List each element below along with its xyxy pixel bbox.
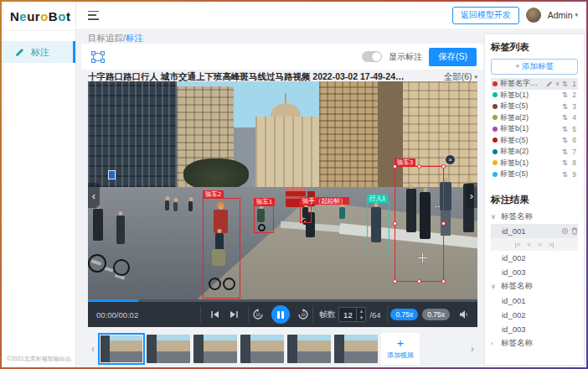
result-item[interactable]: id_002 [491, 308, 578, 322]
bounding-box-rider1[interactable] [254, 205, 274, 233]
pause-button[interactable] [271, 305, 290, 324]
page-prev-button[interactable]: < [527, 241, 531, 248]
skip-start-icon[interactable] [210, 310, 219, 319]
label-color-dot [493, 92, 498, 97]
sort-label-icon[interactable]: ⇅ [562, 102, 568, 111]
label-row[interactable]: 标签名字最长数... × ⇅ 1 [491, 78, 578, 90]
result-group-header[interactable]: ∨标签名称 [491, 279, 578, 294]
add-label-button[interactable]: + 添加标签 [491, 59, 578, 75]
bounding-box-rider-startframe[interactable] [300, 205, 312, 223]
locate-icon[interactable] [561, 227, 569, 235]
bounding-box-pedestrian1[interactable] [367, 202, 389, 254]
active-indicator [73, 41, 75, 63]
avatar[interactable] [526, 8, 541, 23]
label-row[interactable]: 标签c(5)⇅3 [491, 101, 578, 112]
delete-box-button[interactable]: × [445, 154, 456, 165]
video-thumbnail[interactable] [240, 335, 284, 363]
label-color-dot [493, 104, 498, 109]
video-thumbnail[interactable] [287, 335, 331, 363]
page-first-button[interactable]: |< [515, 241, 521, 248]
forward-10-icon[interactable]: 10 [297, 309, 309, 320]
sort-label-icon[interactable]: ⇅ [562, 125, 568, 133]
prev-frame-overlay-button[interactable]: ‹ [88, 183, 100, 208]
page-last-button[interactable]: >| [549, 241, 554, 248]
pagination: |< < > >| [491, 238, 578, 251]
bounding-box-tool-icon[interactable] [91, 51, 105, 63]
breadcrumb-parent[interactable]: 目标追踪 [88, 33, 123, 43]
result-item-selected[interactable]: id_001 [491, 224, 578, 238]
svg-text:10: 10 [255, 312, 260, 317]
trash-icon[interactable] [571, 227, 578, 235]
sort-label-icon[interactable]: ⇅ [562, 80, 568, 88]
show-annotation-toggle[interactable] [362, 51, 382, 62]
sort-label-icon[interactable]: ⇅ [562, 113, 568, 122]
skip-end-icon[interactable] [230, 310, 239, 319]
label-color-dot [493, 172, 498, 177]
result-item[interactable]: id_003 [491, 322, 578, 336]
delete-label-icon[interactable]: × [555, 80, 560, 88]
label-row[interactable]: 标签c(5)⇅6 [491, 135, 578, 147]
result-item[interactable]: id_003 [491, 265, 578, 279]
volume-icon[interactable] [459, 309, 469, 320]
frame-count-label: 帧数 [319, 309, 335, 320]
player-controls: 00:00/00:02 10 10 帧数 12 ▲▼ /64 [88, 299, 477, 327]
topbar: 返回模型开发 Admin▾ [76, 2, 586, 29]
video-thumbnail[interactable] [193, 335, 237, 363]
box-label-rider-startframe: 骑手（起始帧） [300, 197, 349, 205]
sort-label-icon[interactable]: ⇅ [562, 148, 568, 156]
sort-label-icon[interactable]: ⇅ [562, 91, 568, 99]
result-item[interactable]: id_001 [491, 294, 578, 308]
box-label-rider1: 骑车1 [254, 198, 275, 205]
bounding-box-rider2[interactable] [203, 198, 240, 299]
bounding-box-rider3-selected[interactable] [395, 166, 444, 282]
label-row[interactable]: 标签a(2)⇅7 [491, 146, 578, 158]
filmstrip-next-icon[interactable]: › [467, 343, 477, 355]
speed-default-pill[interactable]: 0.75x [422, 309, 450, 320]
add-video-button[interactable]: + 添加视频 [381, 333, 420, 365]
sort-label-icon[interactable]: ⇅ [562, 136, 568, 144]
label-row[interactable]: 标签b(1)⇅5 [491, 123, 578, 135]
label-row[interactable]: 标签c(5)⇅9 [491, 169, 578, 180]
label-color-dot [493, 149, 498, 154]
save-button[interactable]: 保存(S) [429, 48, 477, 66]
result-group-header-collapsed[interactable]: ›标签名称 [491, 336, 578, 351]
chevron-down-icon: ▾ [474, 74, 477, 81]
breadcrumb-current: 标注 [126, 33, 143, 43]
menu-collapse-icon[interactable] [88, 11, 99, 20]
label-list-title: 标签列表 [491, 41, 578, 54]
chevron-down-icon: ▾ [575, 12, 578, 18]
caret-right-icon: › [491, 340, 498, 347]
svg-text:10: 10 [301, 312, 306, 317]
speed-current-pill[interactable]: 0.75x [390, 309, 418, 320]
breadcrumb: 目标追踪/标注 [88, 33, 143, 44]
replay-10-icon[interactable]: 10 [252, 309, 264, 320]
resize-cursor-icon: ↔ [433, 200, 441, 210]
sort-label-icon[interactable]: ⇅ [562, 170, 568, 179]
page-next-button[interactable]: > [538, 241, 542, 248]
sidebar-item-label: 标注 [31, 46, 49, 59]
label-color-dot [493, 81, 498, 86]
video-thumbnail-selected[interactable] [98, 333, 145, 365]
video-thumbnail[interactable] [147, 335, 190, 363]
label-row[interactable]: 标签b(1)⇅2 [491, 90, 578, 101]
edit-label-icon[interactable] [546, 81, 553, 87]
next-frame-overlay-button[interactable]: › [466, 183, 477, 208]
frame-up-icon[interactable]: ▲ [357, 308, 365, 314]
back-to-model-dev-button[interactable]: 返回模型开发 [452, 7, 519, 24]
annotation-toolbar: 显示标注 保存(S) [81, 44, 483, 70]
filmstrip-prev-icon[interactable]: ‹ [88, 343, 98, 355]
video-thumbnail[interactable] [334, 335, 378, 363]
label-row[interactable]: 标签a(2)⇅4 [491, 112, 578, 124]
sort-label-icon[interactable]: ⇅ [562, 159, 568, 167]
sidebar: NeuroBot 标注 ©2021北京矩视智能出品 [2, 2, 76, 367]
label-row[interactable]: 标签b(1)⇅8 [491, 158, 578, 169]
frame-down-icon[interactable]: ▼ [357, 314, 365, 321]
result-group-header[interactable]: ∨标签名称 [491, 210, 578, 224]
user-menu[interactable]: Admin▾ [548, 10, 578, 20]
frame-number-input[interactable]: 12 ▲▼ [338, 307, 366, 322]
result-item[interactable]: id_002 [491, 251, 578, 265]
sidebar-item-annotate[interactable]: 标注 [2, 41, 75, 63]
label-color-dot [493, 115, 498, 120]
video-canvas[interactable]: 骑车2 骑车1 骑手（起始帧） 行人1 骑车3 × ↔ ‹ › [88, 81, 477, 299]
copyright-text: ©2021北京矩视智能出品 [7, 355, 71, 363]
